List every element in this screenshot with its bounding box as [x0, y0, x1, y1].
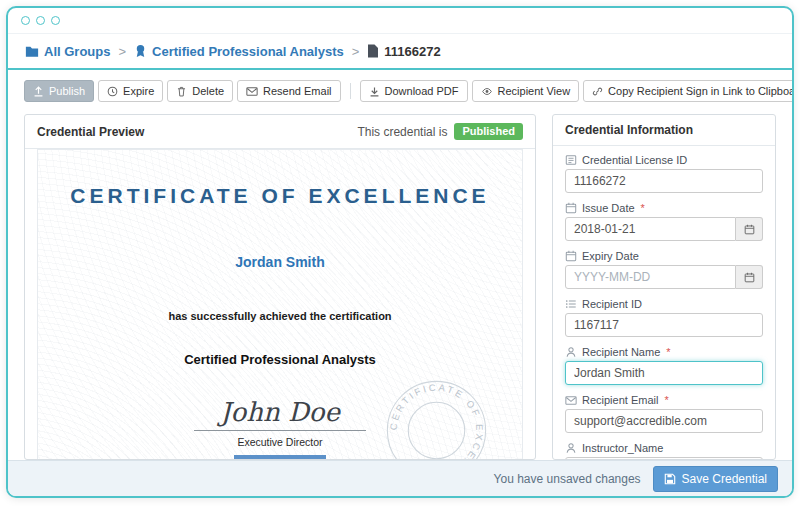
calendar-icon: [565, 202, 577, 214]
window-dot-icon: [51, 16, 60, 25]
window-dot-icon: [36, 16, 45, 25]
user-icon: [565, 346, 577, 358]
credential-license-id-input[interactable]: [565, 169, 763, 193]
info-panel-body: Credential License ID Issue Date*: [553, 146, 775, 459]
seal-text: CERTIFICATE OF EXCELLENCE •: [388, 382, 486, 459]
breadcrumb: All Groups > Certified Professional Anal…: [8, 34, 792, 68]
certificate-seal-icon: CERTIFICATE OF EXCELLENCE •: [379, 373, 494, 459]
main-content: Credential Preview This credential is Pu…: [8, 110, 792, 460]
breadcrumb-credential-id: 11166272: [367, 44, 440, 59]
window-dot-icon: [21, 16, 30, 25]
status-badge: Published: [454, 123, 523, 140]
resend-email-button[interactable]: Resend Email: [237, 80, 340, 102]
certificate-subtitle: has successfully achieved the certificat…: [38, 310, 522, 322]
signature-text: John Doe: [194, 397, 366, 431]
field-label: Recipient Name*: [565, 346, 763, 358]
expiry-date-picker-button[interactable]: [736, 265, 763, 289]
file-icon: [367, 44, 379, 58]
breadcrumb-label: All Groups: [44, 44, 110, 59]
license-icon: [565, 154, 577, 166]
upload-icon: [33, 86, 44, 97]
info-panel-header: Credential Information: [553, 115, 775, 146]
field-label: Credential License ID: [565, 154, 763, 166]
expiry-date-input[interactable]: [565, 265, 736, 289]
breadcrumb-all-groups[interactable]: All Groups: [25, 44, 110, 59]
link-icon: [592, 86, 603, 97]
eye-icon: [481, 86, 493, 97]
credential-license-id-field: Credential License ID: [565, 154, 763, 193]
envelope-icon: [246, 86, 258, 97]
breadcrumb-label: 11166272: [384, 44, 440, 59]
copy-signin-link-button[interactable]: Copy Recipient Sign in Link to Clipboard: [583, 80, 794, 102]
certificate-preview: CERTIFICATE OF EXCELLENCE Jordan Smith h…: [37, 149, 523, 459]
folder-icon: [25, 45, 39, 58]
field-label: Recipient ID: [565, 298, 763, 310]
save-credential-button[interactable]: Save Credential: [653, 466, 778, 492]
recipient-email-input[interactable]: [565, 409, 763, 433]
publish-button[interactable]: Publish: [24, 80, 94, 102]
divider: [350, 83, 351, 99]
issue-date-picker-button[interactable]: [736, 217, 763, 241]
download-pdf-button[interactable]: Download PDF: [360, 80, 468, 102]
trash-icon: [176, 86, 187, 97]
app-window: All Groups > Certified Professional Anal…: [6, 6, 794, 498]
window-titlebar: [8, 8, 792, 34]
footer-bar: You have unsaved changes Save Credential: [8, 460, 792, 496]
recipient-view-button[interactable]: Recipient View: [472, 80, 580, 102]
info-panel-title: Credential Information: [565, 123, 693, 137]
certificate-title: CERTIFICATE OF EXCELLENCE: [38, 150, 522, 208]
toolbar: Publish Expire Delete Resend Email Downl…: [8, 70, 792, 110]
svg-text:CERTIFICATE OF EXCELLENCE •: CERTIFICATE OF EXCELLENCE •: [388, 382, 486, 459]
calendar-icon: [744, 272, 755, 283]
preview-panel-body: CERTIFICATE OF EXCELLENCE Jordan Smith h…: [25, 149, 535, 459]
recipient-id-input[interactable]: [565, 313, 763, 337]
preview-panel-title: Credential Preview: [37, 125, 144, 139]
certificate-course-name: Certified Professional Analysts: [38, 352, 522, 367]
delete-button[interactable]: Delete: [167, 80, 233, 102]
group-icon: [134, 44, 147, 58]
preview-panel-header: Credential Preview This credential is Pu…: [25, 115, 535, 149]
recipient-name-input[interactable]: [565, 361, 763, 385]
breadcrumb-label: Certified Professional Analysts: [152, 44, 344, 59]
field-label: Recipient Email*: [565, 394, 763, 406]
expire-button[interactable]: Expire: [98, 80, 163, 102]
breadcrumb-separator: >: [352, 44, 360, 59]
breadcrumb-group[interactable]: Certified Professional Analysts: [134, 44, 344, 59]
field-label: Expiry Date: [565, 250, 763, 262]
expiry-date-field: Expiry Date: [565, 250, 763, 289]
calendar-icon: [565, 250, 577, 262]
unsaved-changes-text: You have unsaved changes: [494, 472, 641, 486]
clipped-link-text: [234, 455, 326, 459]
certificate-recipient-name: Jordan Smith: [38, 254, 522, 270]
envelope-icon: [565, 395, 577, 406]
recipient-email-field: Recipient Email*: [565, 394, 763, 433]
credential-status: This credential is Published: [357, 123, 523, 140]
save-icon: [664, 473, 676, 485]
credential-information-panel: Credential Information Credential Licens…: [552, 114, 776, 460]
calendar-icon: [744, 224, 755, 235]
field-label: Instructor_Name: [565, 442, 763, 454]
status-text: This credential is: [357, 125, 447, 139]
recipient-id-field: Recipient ID: [565, 298, 763, 337]
clock-icon: [107, 86, 118, 97]
user-icon: [565, 442, 577, 454]
credential-preview-panel: Credential Preview This credential is Pu…: [24, 114, 536, 460]
download-icon: [369, 86, 380, 97]
recipient-name-field: Recipient Name*: [565, 346, 763, 385]
issue-date-input[interactable]: [565, 217, 736, 241]
instructor-name-field: Instructor_Name: [565, 442, 763, 459]
issue-date-field: Issue Date*: [565, 202, 763, 241]
instructor-name-input[interactable]: [565, 457, 763, 459]
breadcrumb-separator: >: [118, 44, 126, 59]
field-label: Issue Date*: [565, 202, 763, 214]
list-icon: [565, 298, 577, 310]
